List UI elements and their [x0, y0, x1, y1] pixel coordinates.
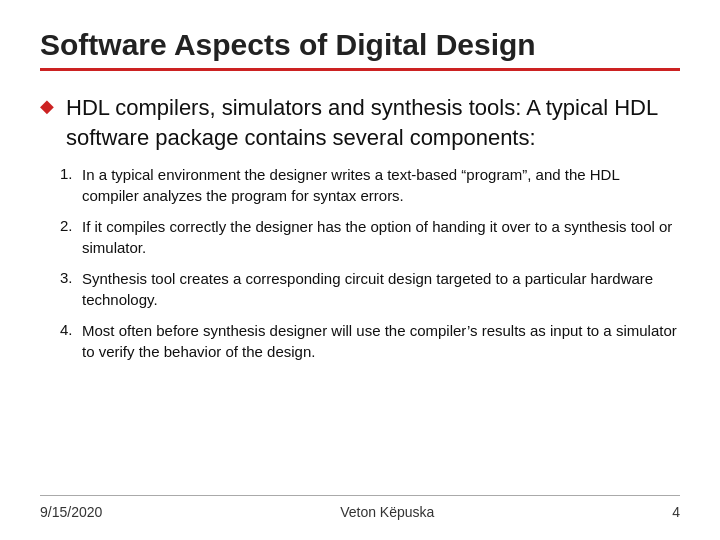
list-item: 1. In a typical environment the designer…: [60, 164, 680, 206]
footer: 9/15/2020 Veton Këpuska 4: [40, 495, 680, 520]
list-item: 3. Synthesis tool creates a correspondin…: [60, 268, 680, 310]
numbered-list: 1. In a typical environment the designer…: [60, 164, 680, 495]
main-bullet-text: HDL compilers, simulators and synthesis …: [66, 93, 680, 152]
item-number-2: 2.: [60, 217, 82, 234]
footer-page: 4: [672, 504, 680, 520]
main-bullet: ◆ HDL compilers, simulators and synthesi…: [40, 93, 680, 152]
item-text-2: If it compiles correctly the designer ha…: [82, 216, 680, 258]
slide-title: Software Aspects of Digital Design: [40, 28, 680, 62]
item-text-1: In a typical environment the designer wr…: [82, 164, 680, 206]
footer-author: Veton Këpuska: [340, 504, 434, 520]
item-text-4: Most often before synthesis designer wil…: [82, 320, 680, 362]
title-section: Software Aspects of Digital Design: [40, 28, 680, 85]
title-underline: [40, 68, 680, 71]
footer-date: 9/15/2020: [40, 504, 102, 520]
slide: Software Aspects of Digital Design ◆ HDL…: [0, 0, 720, 540]
list-item: 4. Most often before synthesis designer …: [60, 320, 680, 362]
item-number-4: 4.: [60, 321, 82, 338]
item-number-1: 1.: [60, 165, 82, 182]
bullet-diamond-icon: ◆: [40, 95, 54, 117]
list-item: 2. If it compiles correctly the designer…: [60, 216, 680, 258]
item-number-3: 3.: [60, 269, 82, 286]
item-text-3: Synthesis tool creates a corresponding c…: [82, 268, 680, 310]
